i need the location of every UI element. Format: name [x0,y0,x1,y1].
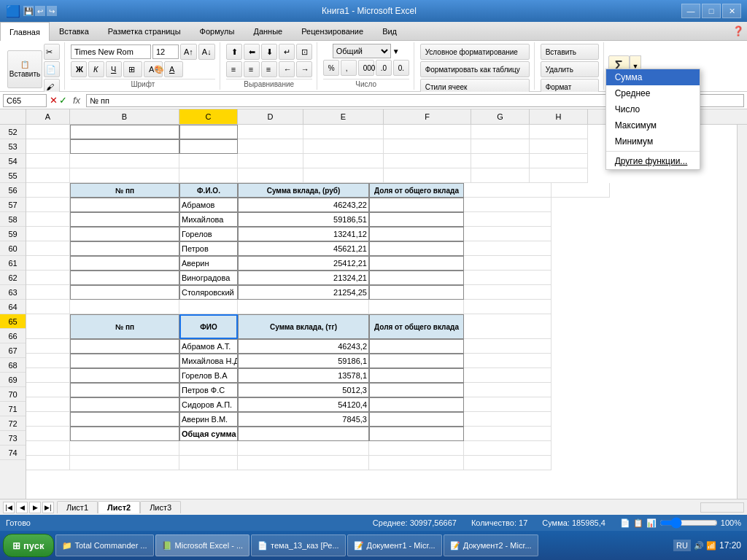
cell-f63[interactable] [464,285,551,300]
cell-h52[interactable] [530,125,588,139]
tbl2-num-70[interactable] [70,397,179,412]
tbl2-fio-68[interactable]: Горелов В.А [179,368,238,383]
tbl1-sum-61[interactable]: 25412,21 [238,256,369,271]
quick-undo-btn[interactable]: ↩ [35,6,45,16]
cell-c73[interactable] [179,441,238,456]
tbl1-sum-57[interactable]: 46243,22 [238,198,369,212]
cell-a70[interactable] [26,397,70,412]
tbl2-total-label[interactable]: Общая сумма [179,427,238,441]
merge-center-button[interactable]: ⊡ [296,44,312,60]
vertical-scrollbar[interactable] [737,125,747,499]
tbl1-header-share[interactable]: Доля от общего вклада [369,183,464,198]
cell-b55[interactable] [70,168,179,183]
tbl2-sum-72[interactable] [238,427,369,441]
tbl1-num-57[interactable] [70,198,179,212]
sheet-tab-3[interactable]: Лист3 [140,501,181,513]
tab-view[interactable]: Вид [373,22,406,40]
tbl2-fio-71[interactable]: Аверин В.М. [179,412,238,427]
tbl2-fio-66[interactable]: Абрамов А.Т. [179,339,238,354]
cell-f73[interactable] [464,441,551,456]
tbl1-share-59[interactable] [369,227,464,241]
cell-d52[interactable] [238,125,303,139]
col-header-f[interactable]: F [384,109,471,124]
cell-f55[interactable] [384,168,471,183]
tbl1-sum-63[interactable]: 21254,25 [238,285,369,300]
cell-a52[interactable] [26,125,70,139]
cell-a59[interactable] [26,227,70,241]
row-58[interactable]: 58 [0,212,26,227]
tbl2-sum-71[interactable]: 7845,3 [238,412,369,427]
tbl2-header-share[interactable]: Доля от общего вклада [369,314,464,339]
cell-f71[interactable] [464,412,551,427]
cell-a53[interactable] [26,139,70,154]
conditional-format-button[interactable]: Условное форматирование [420,44,530,60]
cell-e73[interactable] [369,441,464,456]
cell-f70[interactable] [464,397,551,412]
row-62[interactable]: 62 [0,271,26,285]
tbl1-share-57[interactable] [369,198,464,212]
row-64[interactable]: 64 [0,300,26,314]
cell-d64[interactable] [238,300,369,314]
col-header-b[interactable]: B [70,109,179,124]
tbl2-sum-69[interactable]: 5012,3 [238,383,369,397]
cell-a56[interactable] [26,183,70,198]
fill-color-button[interactable]: A🎨 [144,61,163,77]
tbl2-fio-67[interactable]: Михайлова Н.Д [179,354,238,368]
cell-a55[interactable] [26,168,70,183]
maximize-btn[interactable]: □ [702,4,721,18]
format-table-button[interactable]: Форматировать как таблицу [420,61,530,77]
tbl1-share-58[interactable] [369,212,464,227]
align-top-button[interactable]: ⬆ [226,44,242,60]
underline-button[interactable]: Ч [106,61,122,77]
cell-a63[interactable] [26,285,70,300]
cell-h53[interactable] [530,139,588,154]
tbl1-header-sum[interactable]: Сумма вклада, (руб) [238,183,369,198]
taskbar-doc1[interactable]: 📝 Документ1 - Micr... [347,534,442,556]
quick-save-btn[interactable]: 💾 [23,6,34,16]
sheet-last-button[interactable]: ▶| [42,502,54,513]
taskbar-doc2[interactable]: 📝 Документ2 - Micr... [444,534,538,556]
tbl1-num-60[interactable] [70,241,179,256]
tbl2-num-67[interactable] [70,354,179,368]
tbl2-fio-70[interactable]: Сидоров А.П. [179,397,238,412]
view-page-break-icon[interactable]: 📊 [646,518,657,528]
decimal-decrease-button[interactable]: 0. [393,60,409,76]
tbl1-fio-57[interactable]: Абрамов [179,198,238,212]
sheet-first-button[interactable]: |◀ [3,502,15,513]
tbl2-sum-70[interactable]: 54120,4 [238,397,369,412]
cell-c53[interactable] [179,139,238,154]
col-header-h[interactable]: H [530,109,588,124]
row-56[interactable]: 56 [0,183,26,198]
horizontal-scrollbar[interactable] [700,502,744,513]
row-55[interactable]: 55 [0,168,26,183]
cell-f68[interactable] [464,368,551,383]
align-left-button[interactable]: ≡ [226,61,242,77]
sheet-tab-1[interactable]: Лист1 [57,501,98,513]
view-normal-icon[interactable]: 📄 [620,518,630,528]
cell-f61[interactable] [464,256,551,271]
sum-item[interactable]: Сумма [606,69,700,85]
cell-f59[interactable] [464,227,551,241]
tbl1-share-61[interactable] [369,256,464,271]
shrink-font-button[interactable]: A↓ [198,44,215,60]
cell-a64[interactable] [26,300,70,314]
tbl2-sum-66[interactable]: 46243,2 [238,339,369,354]
view-page-layout-icon[interactable]: 📋 [633,518,643,528]
cell-g55[interactable] [471,168,530,183]
tbl1-num-62[interactable] [70,271,179,285]
tbl2-num-68[interactable] [70,368,179,383]
cell-f54[interactable] [384,154,471,168]
tbl1-share-63[interactable] [369,285,464,300]
tbl1-sum-59[interactable]: 13241,12 [238,227,369,241]
align-right-button[interactable]: ≡ [261,61,277,77]
max-item[interactable]: Максимум [606,117,700,133]
tbl2-share-67[interactable] [369,354,464,368]
tbl2-num-66[interactable] [70,339,179,354]
row-72[interactable]: 72 [0,416,26,431]
tbl1-fio-60[interactable]: Петров [179,241,238,256]
cell-g54[interactable] [471,154,530,168]
cell-f56[interactable] [464,183,551,198]
cell-c55[interactable] [179,168,238,183]
cell-e64[interactable] [369,300,464,314]
cell-d74[interactable] [238,456,369,470]
